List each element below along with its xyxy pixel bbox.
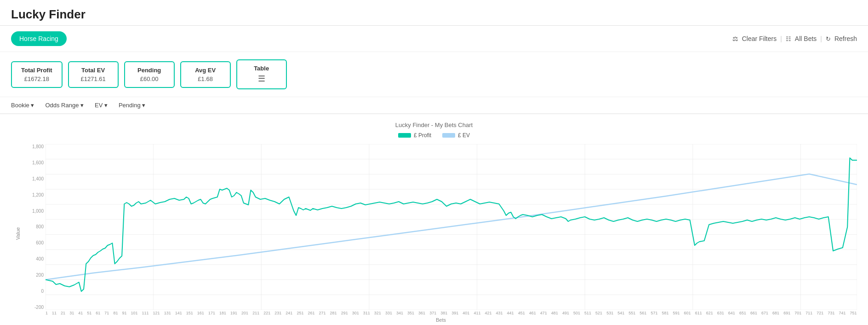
app-header: Lucky Finder xyxy=(0,0,868,26)
x-tick-281: 281 xyxy=(330,311,337,315)
x-tick-531: 531 xyxy=(606,311,613,315)
app-title: Lucky Finder xyxy=(11,7,86,22)
profit-legend-color xyxy=(398,133,411,138)
x-tick-391: 391 xyxy=(451,311,458,315)
ev-legend-item: £ EV xyxy=(442,132,470,139)
x-tick-191: 191 xyxy=(230,311,237,315)
x-tick-511: 511 xyxy=(584,311,591,315)
refresh-icon: ↻ xyxy=(826,35,831,42)
x-tick-491: 491 xyxy=(562,311,569,315)
x-tick-501: 501 xyxy=(573,311,580,315)
bookie-filter-button[interactable]: Bookie ▾ xyxy=(11,102,34,109)
x-tick-651: 651 xyxy=(739,311,746,315)
x-tick-441: 441 xyxy=(507,311,514,315)
y-tick-0: 0 xyxy=(27,289,44,294)
x-tick-741: 741 xyxy=(839,311,845,315)
x-tick-141: 141 xyxy=(175,311,182,315)
x-tick-731: 731 xyxy=(828,311,834,315)
stat-card-pending[interactable]: Pending £60.00 xyxy=(124,61,175,88)
y-tick-400: 400 xyxy=(27,256,44,261)
stat-label-pending: Pending xyxy=(134,67,165,74)
x-tick-661: 661 xyxy=(750,311,757,315)
stat-card-table[interactable]: Table ☰ xyxy=(236,59,287,89)
x-tick-131: 131 xyxy=(164,311,171,315)
x-tick-61: 61 xyxy=(96,311,100,315)
x-tick-581: 581 xyxy=(662,311,668,315)
all-bets-button[interactable]: All Bets xyxy=(795,35,817,42)
x-ticks-row: 1 11 21 31 41 51 61 71 81 91 101 111 121… xyxy=(46,311,857,315)
x-tick-551: 551 xyxy=(628,311,635,315)
stat-label-total-profit: Total Profit xyxy=(21,67,52,74)
stat-value-total-ev: £1271.61 xyxy=(78,75,108,82)
filter-bar: Bookie ▾ Odds Range ▾ EV ▾ Pending ▾ xyxy=(0,97,868,114)
ev-legend-label: £ EV xyxy=(458,132,470,139)
x-tick-261: 261 xyxy=(308,311,314,315)
stat-label-total-ev: Total EV xyxy=(78,67,108,74)
x-tick-201: 201 xyxy=(241,311,248,315)
x-tick-271: 271 xyxy=(319,311,326,315)
x-tick-181: 181 xyxy=(219,311,226,315)
stat-card-avg-ev[interactable]: Avg EV £1.68 xyxy=(180,61,231,88)
y-tick-1000: 1,000 xyxy=(27,209,44,214)
y-tick-200: 200 xyxy=(27,273,44,278)
y-tick-neg200: -200 xyxy=(27,305,44,310)
stat-card-total-profit[interactable]: Total Profit £1672.18 xyxy=(11,61,63,88)
y-tick-1200: 1,200 xyxy=(27,192,44,197)
x-tick-431: 431 xyxy=(496,311,503,315)
x-tick-411: 411 xyxy=(474,311,480,315)
x-tick-641: 641 xyxy=(728,311,735,315)
x-tick-101: 101 xyxy=(131,311,137,315)
x-tick-251: 251 xyxy=(297,311,303,315)
y-tick-800: 800 xyxy=(27,224,44,229)
x-tick-401: 401 xyxy=(463,311,469,315)
pending-filter-button[interactable]: Pending ▾ xyxy=(119,102,145,109)
ev-line xyxy=(46,174,857,280)
x-tick-711: 711 xyxy=(805,311,812,315)
filter-icon: ⚖ xyxy=(732,35,738,42)
top-bar-right: ⚖ Clear Filters | ☷ All Bets | ↻ Refresh xyxy=(732,35,857,42)
x-tick-21: 21 xyxy=(61,311,65,315)
clear-filters-button[interactable]: Clear Filters xyxy=(742,35,777,42)
separator-2: | xyxy=(820,35,822,42)
x-tick-111: 111 xyxy=(142,311,149,315)
chart-svg-wrapper xyxy=(46,144,857,310)
y-axis-label: Value xyxy=(11,144,25,323)
x-tick-571: 571 xyxy=(651,311,657,315)
y-tick-1600: 1,600 xyxy=(27,160,44,165)
x-tick-601: 601 xyxy=(684,311,691,315)
x-tick-41: 41 xyxy=(78,311,83,315)
stat-value-total-profit: £1672.18 xyxy=(21,75,52,82)
y-tick-1400: 1,400 xyxy=(27,176,44,181)
x-tick-611: 611 xyxy=(695,311,702,315)
chart-container: Lucky Finder - My Bets Chart £ Profit £ … xyxy=(0,114,868,325)
x-tick-521: 521 xyxy=(595,311,602,315)
y-tick-labels: 1,800 1,600 1,400 1,200 1,000 800 600 40… xyxy=(25,144,46,310)
x-tick-421: 421 xyxy=(485,311,491,315)
x-tick-81: 81 xyxy=(113,311,118,315)
chart-inner: 1,800 1,600 1,400 1,200 1,000 800 600 40… xyxy=(25,144,857,323)
x-tick-671: 671 xyxy=(761,311,768,315)
refresh-button[interactable]: Refresh xyxy=(834,35,857,42)
x-tick-291: 291 xyxy=(341,311,348,315)
x-tick-481: 481 xyxy=(551,311,558,315)
x-tick-231: 231 xyxy=(274,311,281,315)
x-tick-331: 331 xyxy=(385,311,392,315)
y-tick-600: 600 xyxy=(27,240,44,245)
x-tick-351: 351 xyxy=(407,311,414,315)
profit-line xyxy=(46,158,857,291)
ev-filter-button[interactable]: EV ▾ xyxy=(95,102,108,109)
x-tick-301: 301 xyxy=(352,311,359,315)
x-tick-461: 461 xyxy=(529,311,536,315)
horse-racing-button[interactable]: Horse Racing xyxy=(11,31,67,46)
x-tick-751: 751 xyxy=(850,311,857,315)
stat-card-total-ev[interactable]: Total EV £1271.61 xyxy=(68,61,119,88)
stats-bar: Total Profit £1672.18 Total EV £1271.61 … xyxy=(0,52,868,97)
odds-range-filter-button[interactable]: Odds Range ▾ xyxy=(45,102,84,109)
x-tick-161: 161 xyxy=(197,311,204,315)
x-tick-171: 171 xyxy=(208,311,215,315)
chart-legend: £ Profit £ EV xyxy=(11,132,857,139)
top-bar: Horse Racing ⚖ Clear Filters | ☷ All Bet… xyxy=(0,26,868,52)
chart-with-axes: Value 1,800 1,600 1,400 1,200 1,000 800 … xyxy=(11,144,857,323)
x-tick-631: 631 xyxy=(717,311,724,315)
ev-legend-color xyxy=(442,133,455,138)
